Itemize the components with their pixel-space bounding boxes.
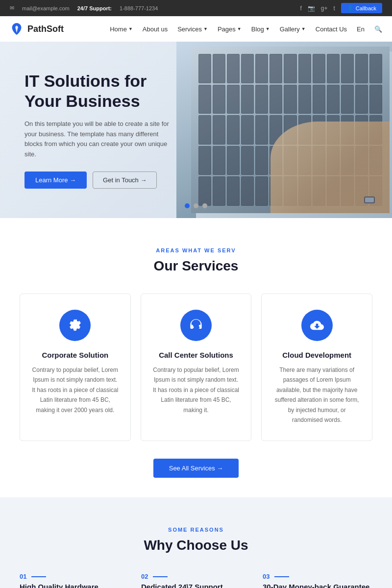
nav-about[interactable]: About us xyxy=(143,25,168,33)
hero-image xyxy=(176,42,392,218)
search-icon[interactable]: 🔍 xyxy=(374,25,382,33)
why-section: SOME REASONS Why Choose Us 01 High Quali… xyxy=(0,497,392,588)
nav-contact[interactable]: Contact Us xyxy=(316,25,347,33)
corporate-title: Corporate Solution xyxy=(32,351,119,359)
callcenter-desc: Contrary to popular belief, Lorem Ipsum … xyxy=(153,365,240,415)
services-grid: Corporate Solution Contrary to popular b… xyxy=(20,294,372,441)
hero-dot-3[interactable] xyxy=(202,203,207,208)
why-title-2: Dedicated 24\7 Support xyxy=(141,582,251,588)
instagram-icon[interactable]: 📷 xyxy=(308,5,315,12)
why-item-3: 03 30-Day Money-back Guarantee If you ar… xyxy=(263,573,372,588)
why-subtitle: SOME REASONS xyxy=(20,527,372,533)
nav-pages[interactable]: Pages ▼ xyxy=(218,25,242,33)
callback-icon: 👤 xyxy=(347,5,354,11)
topbar-email: mail@example.com xyxy=(22,5,70,11)
service-card-callcenter: Call Center Solutions Contrary to popula… xyxy=(141,294,252,441)
nav-lang[interactable]: En xyxy=(357,25,365,33)
topbar-left: ✉ mail@example.com 24/7 Support: 1-888-7… xyxy=(10,5,158,11)
why-number-3: 03 xyxy=(263,573,372,580)
facebook-icon[interactable]: f xyxy=(300,5,301,12)
nav-services[interactable]: Services ▼ xyxy=(177,25,208,33)
why-item-1: 01 High Quality Hardware We use top-notc… xyxy=(20,573,129,588)
hero-content: IT Solutions for Your Business On this t… xyxy=(0,71,196,189)
why-title-1: High Quality Hardware xyxy=(20,582,129,588)
learn-more-button[interactable]: Learn More → xyxy=(24,172,87,189)
get-in-touch-button[interactable]: Get in Touch → xyxy=(93,172,157,189)
service-card-corporate: Corporate Solution Contrary to popular b… xyxy=(20,294,131,441)
why-number-1: 01 xyxy=(20,573,129,580)
hero-laptop-image xyxy=(176,42,392,218)
nav-home[interactable]: Home ▼ xyxy=(110,25,133,33)
navbar: PathSoft Home ▼ About us Services ▼ Page… xyxy=(0,16,392,42)
corporate-desc: Contrary to popular belief, Lorem Ipsum … xyxy=(32,365,119,415)
why-title-3: 30-Day Money-back Guarantee xyxy=(263,582,372,588)
logo-icon xyxy=(10,22,24,36)
see-all-services-button[interactable]: See All Services → xyxy=(153,459,239,478)
callcenter-icon-wrap xyxy=(180,310,212,341)
why-item-2: 02 Dedicated 24\7 Support You can rely o… xyxy=(141,573,251,588)
hero-title: IT Solutions for Your Business xyxy=(24,71,172,111)
callcenter-title: Call Center Solutions xyxy=(153,351,240,359)
why-grid: 01 High Quality Hardware We use top-notc… xyxy=(20,573,372,588)
service-card-cloud: Cloud Development There are many variati… xyxy=(261,294,372,441)
hero-dot-2[interactable] xyxy=(194,203,198,208)
why-number-2: 02 xyxy=(141,573,251,580)
logo[interactable]: PathSoft xyxy=(10,22,64,36)
hero-buttons: Learn More → Get in Touch → xyxy=(24,172,172,189)
hero-dot-1[interactable] xyxy=(185,203,190,208)
nav-links: Home ▼ About us Services ▼ Pages ▼ Blog … xyxy=(110,25,382,33)
cloud-desc: There are many variations of passages of… xyxy=(273,365,360,425)
services-title: Our Services xyxy=(20,258,372,274)
phone-headset-icon xyxy=(189,318,203,332)
brand-name: PathSoft xyxy=(27,24,64,34)
nav-gallery[interactable]: Gallery ▼ xyxy=(280,25,306,33)
services-section: AREAS WHAT WE SERV Our Services Corporat… xyxy=(0,218,392,497)
cloud-title: Cloud Development xyxy=(273,351,360,359)
twitter-icon[interactable]: t xyxy=(333,5,335,12)
topbar-phone: 1-888-777-1234 xyxy=(120,5,158,11)
google-plus-icon[interactable]: g+ xyxy=(321,5,328,12)
hero-description: On this template you will be able to cre… xyxy=(24,119,172,160)
cloud-icon-wrap xyxy=(301,310,333,341)
nav-blog[interactable]: Blog ▼ xyxy=(251,25,270,33)
gear-icon xyxy=(68,318,82,332)
topbar: ✉ mail@example.com 24/7 Support: 1-888-7… xyxy=(0,0,392,16)
topbar-right: f 📷 g+ t 👤 Callback xyxy=(300,3,382,13)
services-subtitle: AREAS WHAT WE SERV xyxy=(20,247,372,253)
hero-dots xyxy=(185,203,207,208)
hero-section: IT Solutions for Your Business On this t… xyxy=(0,42,392,218)
corporate-icon-wrap xyxy=(59,310,91,341)
callback-button[interactable]: 👤 Callback xyxy=(341,3,382,13)
email-icon: ✉ xyxy=(10,5,14,11)
why-title: Why Choose Us xyxy=(20,538,372,553)
cloud-download-icon xyxy=(310,318,324,332)
topbar-support-label: 24/7 Support: xyxy=(77,5,112,11)
